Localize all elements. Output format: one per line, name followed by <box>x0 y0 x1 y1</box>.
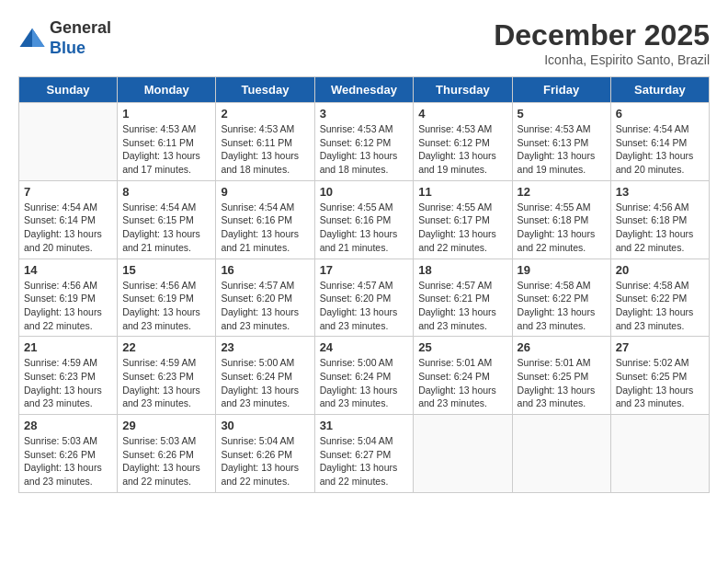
day-number: 9 <box>221 185 309 199</box>
calendar-cell: 5Sunrise: 4:53 AMSunset: 6:13 PMDaylight… <box>512 103 610 181</box>
day-number: 15 <box>122 263 210 277</box>
calendar-cell <box>414 415 512 493</box>
cell-content: Sunrise: 4:53 AMSunset: 6:12 PMDaylight:… <box>418 122 506 177</box>
day-number: 24 <box>320 340 409 354</box>
day-number: 11 <box>418 185 506 199</box>
calendar-cell: 27Sunrise: 5:02 AMSunset: 6:25 PMDayligh… <box>610 337 709 415</box>
calendar-week-4: 21Sunrise: 4:59 AMSunset: 6:23 PMDayligh… <box>19 337 710 415</box>
calendar-cell: 14Sunrise: 4:56 AMSunset: 6:19 PMDayligh… <box>19 259 118 337</box>
cell-content: Sunrise: 4:57 AMSunset: 6:21 PMDaylight:… <box>418 279 506 333</box>
title-block: December 2025 Iconha, Espirito Santo, Br… <box>494 18 710 67</box>
cell-content: Sunrise: 5:00 AMSunset: 6:24 PMDaylight:… <box>221 356 309 410</box>
day-number: 19 <box>518 263 606 277</box>
calendar-cell <box>512 415 610 493</box>
calendar-cell: 7Sunrise: 4:54 AMSunset: 6:14 PMDaylight… <box>19 180 118 259</box>
cell-content: Sunrise: 4:58 AMSunset: 6:22 PMDaylight:… <box>616 279 704 333</box>
cell-content: Sunrise: 5:04 AMSunset: 6:27 PMDaylight:… <box>320 434 409 488</box>
cell-content: Sunrise: 5:03 AMSunset: 6:26 PMDaylight:… <box>122 434 210 488</box>
calendar-cell: 17Sunrise: 4:57 AMSunset: 6:20 PMDayligh… <box>314 259 414 337</box>
cell-content: Sunrise: 4:54 AMSunset: 6:16 PMDaylight:… <box>221 201 309 255</box>
calendar-cell: 2Sunrise: 4:53 AMSunset: 6:11 PMDaylight… <box>216 103 314 181</box>
day-number: 16 <box>221 263 309 277</box>
calendar-cell: 18Sunrise: 4:57 AMSunset: 6:21 PMDayligh… <box>414 259 512 337</box>
cell-content: Sunrise: 4:54 AMSunset: 6:15 PMDaylight:… <box>122 201 210 255</box>
day-number: 12 <box>518 185 606 199</box>
cell-content: Sunrise: 5:01 AMSunset: 6:25 PMDaylight:… <box>518 356 606 410</box>
day-header-saturday: Saturday <box>610 77 709 103</box>
day-number: 10 <box>320 185 409 199</box>
cell-content: Sunrise: 4:54 AMSunset: 6:14 PMDaylight:… <box>616 122 704 177</box>
calendar-cell: 10Sunrise: 4:55 AMSunset: 6:16 PMDayligh… <box>314 180 414 259</box>
calendar-cell: 31Sunrise: 5:04 AMSunset: 6:27 PMDayligh… <box>314 415 414 493</box>
calendar-cell: 12Sunrise: 4:55 AMSunset: 6:18 PMDayligh… <box>512 180 610 259</box>
logo-icon <box>18 25 46 52</box>
calendar-cell: 21Sunrise: 4:59 AMSunset: 6:23 PMDayligh… <box>19 337 118 415</box>
day-number: 26 <box>518 340 606 354</box>
calendar-week-5: 28Sunrise: 5:03 AMSunset: 6:26 PMDayligh… <box>19 415 710 493</box>
day-header-thursday: Thursday <box>414 77 512 103</box>
cell-content: Sunrise: 4:53 AMSunset: 6:11 PMDaylight:… <box>221 122 309 177</box>
calendar-header-row: SundayMondayTuesdayWednesdayThursdayFrid… <box>19 77 710 103</box>
calendar-week-1: 1Sunrise: 4:53 AMSunset: 6:11 PMDaylight… <box>19 103 710 181</box>
calendar-cell: 25Sunrise: 5:01 AMSunset: 6:24 PMDayligh… <box>414 337 512 415</box>
day-number: 21 <box>24 340 112 354</box>
page-header: General Blue December 2025 Iconha, Espir… <box>18 18 710 67</box>
logo: General Blue <box>18 18 111 58</box>
day-number: 1 <box>122 107 210 121</box>
day-number: 22 <box>122 340 210 354</box>
cell-content: Sunrise: 4:58 AMSunset: 6:22 PMDaylight:… <box>518 279 606 333</box>
day-number: 2 <box>221 107 309 121</box>
cell-content: Sunrise: 4:59 AMSunset: 6:23 PMDaylight:… <box>24 356 112 410</box>
calendar-cell: 22Sunrise: 4:59 AMSunset: 6:23 PMDayligh… <box>118 337 216 415</box>
day-header-monday: Monday <box>118 77 216 103</box>
cell-content: Sunrise: 5:03 AMSunset: 6:26 PMDaylight:… <box>24 434 112 488</box>
cell-content: Sunrise: 4:54 AMSunset: 6:14 PMDaylight:… <box>24 201 112 255</box>
calendar-cell: 13Sunrise: 4:56 AMSunset: 6:18 PMDayligh… <box>610 180 709 259</box>
day-number: 8 <box>122 185 210 199</box>
calendar-cell: 29Sunrise: 5:03 AMSunset: 6:26 PMDayligh… <box>118 415 216 493</box>
subtitle: Iconha, Espirito Santo, Brazil <box>494 52 710 67</box>
calendar-cell: 6Sunrise: 4:54 AMSunset: 6:14 PMDaylight… <box>610 103 709 181</box>
cell-content: Sunrise: 4:55 AMSunset: 6:17 PMDaylight:… <box>418 201 506 255</box>
day-number: 5 <box>518 107 606 121</box>
day-number: 27 <box>616 340 704 354</box>
cell-content: Sunrise: 4:53 AMSunset: 6:11 PMDaylight:… <box>122 122 210 177</box>
cell-content: Sunrise: 5:01 AMSunset: 6:24 PMDaylight:… <box>418 356 506 410</box>
cell-content: Sunrise: 4:53 AMSunset: 6:13 PMDaylight:… <box>518 122 606 177</box>
day-number: 25 <box>418 340 506 354</box>
cell-content: Sunrise: 5:00 AMSunset: 6:24 PMDaylight:… <box>320 356 409 410</box>
logo-line2: Blue <box>50 39 111 59</box>
day-number: 14 <box>24 263 112 277</box>
day-number: 20 <box>616 263 704 277</box>
calendar-cell: 11Sunrise: 4:55 AMSunset: 6:17 PMDayligh… <box>414 180 512 259</box>
cell-content: Sunrise: 4:56 AMSunset: 6:19 PMDaylight:… <box>24 279 112 333</box>
cell-content: Sunrise: 5:04 AMSunset: 6:26 PMDaylight:… <box>221 434 309 488</box>
day-header-sunday: Sunday <box>19 77 118 103</box>
day-number: 23 <box>221 340 309 354</box>
day-number: 6 <box>616 107 704 121</box>
day-number: 18 <box>418 263 506 277</box>
cell-content: Sunrise: 4:57 AMSunset: 6:20 PMDaylight:… <box>320 279 409 333</box>
day-header-tuesday: Tuesday <box>216 77 314 103</box>
day-number: 7 <box>24 185 112 199</box>
calendar-cell: 26Sunrise: 5:01 AMSunset: 6:25 PMDayligh… <box>512 337 610 415</box>
day-number: 29 <box>122 419 210 432</box>
day-header-wednesday: Wednesday <box>314 77 414 103</box>
cell-content: Sunrise: 4:55 AMSunset: 6:16 PMDaylight:… <box>320 201 409 255</box>
calendar-cell: 9Sunrise: 4:54 AMSunset: 6:16 PMDaylight… <box>216 180 314 259</box>
day-number: 3 <box>320 107 409 121</box>
calendar-week-2: 7Sunrise: 4:54 AMSunset: 6:14 PMDaylight… <box>19 180 710 259</box>
cell-content: Sunrise: 4:56 AMSunset: 6:19 PMDaylight:… <box>122 279 210 333</box>
calendar-cell: 15Sunrise: 4:56 AMSunset: 6:19 PMDayligh… <box>118 259 216 337</box>
calendar-table: SundayMondayTuesdayWednesdayThursdayFrid… <box>18 76 710 493</box>
day-number: 31 <box>320 419 409 432</box>
day-number: 17 <box>320 263 409 277</box>
calendar-cell <box>610 415 709 493</box>
calendar-cell: 20Sunrise: 4:58 AMSunset: 6:22 PMDayligh… <box>610 259 709 337</box>
calendar-cell: 23Sunrise: 5:00 AMSunset: 6:24 PMDayligh… <box>216 337 314 415</box>
day-number: 4 <box>418 107 506 121</box>
cell-content: Sunrise: 4:56 AMSunset: 6:18 PMDaylight:… <box>616 201 704 255</box>
cell-content: Sunrise: 4:53 AMSunset: 6:12 PMDaylight:… <box>320 122 409 177</box>
calendar-cell: 1Sunrise: 4:53 AMSunset: 6:11 PMDaylight… <box>118 103 216 181</box>
cell-content: Sunrise: 4:57 AMSunset: 6:20 PMDaylight:… <box>221 279 309 333</box>
